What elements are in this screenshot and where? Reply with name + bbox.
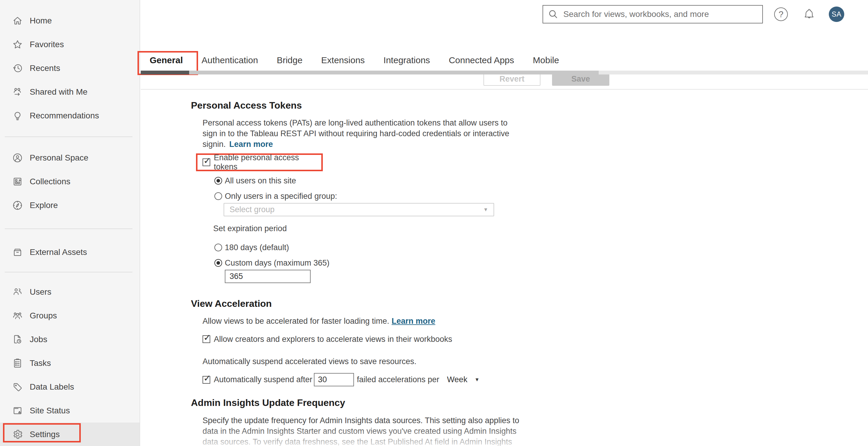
- sidebar-item-label: Tasks: [30, 358, 51, 368]
- custom-days-radio-row: Custom days (maximum 365): [214, 257, 868, 269]
- chevron-down-icon: ▼: [474, 377, 479, 383]
- pat-description: Personal access tokens (PATs) are long-l…: [203, 117, 618, 149]
- tab-mobile[interactable]: Mobile: [533, 50, 559, 70]
- sidebar-item-label: Recommendations: [30, 111, 99, 121]
- history-clock-icon: [12, 63, 23, 74]
- sidebar-divider: [5, 272, 132, 272]
- tab-scrollbar-thumb[interactable]: [189, 71, 599, 74]
- view-accel-intro: Allow views to be accelerated for faster…: [203, 316, 868, 327]
- sidebar-item-label: Data Labels: [30, 382, 74, 392]
- select-group-placeholder: Select group: [229, 205, 275, 214]
- sidebar-item-recents[interactable]: Recents: [0, 56, 140, 80]
- tab-extensions[interactable]: Extensions: [321, 50, 365, 70]
- admin-insights-section-title: Admin Insights Update Frequency: [191, 398, 868, 408]
- clipboard-list-icon: [12, 357, 23, 369]
- search-input[interactable]: [563, 9, 762, 19]
- active-tab-indicator: [141, 71, 189, 74]
- pat-learn-more-link[interactable]: Learn more: [229, 140, 273, 149]
- sidebar-item-personal-space[interactable]: Personal Space: [0, 146, 140, 170]
- avatar[interactable]: SA: [829, 6, 844, 22]
- sidebar-item-label: Explore: [30, 201, 58, 210]
- sidebar-item-label: Site Status: [30, 406, 70, 415]
- search-box: [542, 5, 763, 24]
- specified-group-radio[interactable]: [214, 192, 222, 200]
- content-divider: [141, 89, 868, 90]
- top-bar: ? SA: [141, 0, 868, 29]
- tab-bridge[interactable]: Bridge: [277, 50, 303, 70]
- sidebar-item-site-status[interactable]: Site Status: [0, 399, 140, 422]
- site-status-window-icon: [12, 405, 23, 416]
- sidebar-item-label: Collections: [30, 177, 70, 186]
- sidebar-item-explore[interactable]: Explore: [0, 194, 140, 217]
- days-180-radio[interactable]: [214, 244, 222, 251]
- all-users-radio[interactable]: [214, 177, 222, 184]
- sidebar-divider: [5, 229, 132, 229]
- sidebar-item-data-labels[interactable]: Data Labels: [0, 375, 140, 399]
- groups-icon: [12, 310, 23, 321]
- chevron-down-icon: ▼: [483, 207, 488, 213]
- lightbulb-icon: [12, 110, 23, 122]
- sidebar-item-label: Recents: [30, 64, 60, 73]
- compass-icon: [12, 200, 23, 211]
- checkmark-icon: ✓: [204, 157, 211, 165]
- select-group-dropdown[interactable]: Select group ▼: [224, 203, 494, 216]
- expiration-period-label: Set expiration period: [213, 222, 868, 234]
- sidebar-item-favorites[interactable]: Favorites: [0, 33, 140, 56]
- settings-content: Personal Access Tokens Personal access t…: [141, 100, 868, 446]
- annotation-box-enable-pat: ✓ Enable personal access tokens: [196, 153, 323, 171]
- tab-connected-apps[interactable]: Connected Apps: [449, 50, 514, 70]
- days-180-radio-row: 180 days (default): [214, 242, 868, 253]
- auto-suspend-checkbox[interactable]: ✓: [203, 376, 210, 384]
- specified-group-label: Only users in a specified group:: [225, 192, 337, 201]
- bell-icon: [803, 8, 816, 21]
- person-circle-icon: [12, 152, 23, 164]
- view-accel-learn-more-link[interactable]: Learn more: [392, 317, 435, 325]
- tab-scrollbar-track: [141, 71, 868, 74]
- users-icon: [12, 286, 23, 298]
- archive-box-icon: [12, 247, 23, 258]
- period-dropdown[interactable]: Week ▼: [447, 375, 479, 384]
- tab-integrations[interactable]: Integrations: [383, 50, 430, 70]
- document-clock-icon: [12, 334, 23, 345]
- sidebar-divider: [5, 137, 132, 137]
- sidebar-item-external-assets[interactable]: External Assets: [0, 240, 140, 264]
- suspend-note: Automatically suspend accelerated views …: [203, 355, 868, 367]
- suspend-count-input[interactable]: [314, 373, 354, 386]
- sidebar-item-tasks[interactable]: Tasks: [0, 351, 140, 375]
- auto-suspend-row: ✓ Automatically suspend after failed acc…: [203, 373, 868, 386]
- enable-pat-checkbox[interactable]: ✓: [203, 159, 210, 166]
- avatar-initials: SA: [832, 10, 841, 19]
- sidebar-item-label: Users: [30, 287, 51, 297]
- help-button[interactable]: ?: [774, 7, 788, 21]
- tab-authentication[interactable]: Authentication: [202, 50, 258, 70]
- pat-section-title: Personal Access Tokens: [191, 100, 868, 110]
- sidebar-item-shared-with-me[interactable]: Shared with Me: [0, 80, 140, 104]
- sidebar-item-label: Shared with Me: [30, 87, 88, 97]
- period-value: Week: [447, 375, 467, 384]
- sidebar-item-label: Personal Space: [30, 153, 89, 163]
- gear-icon: [12, 429, 23, 440]
- sidebar-item-label: Jobs: [30, 335, 47, 344]
- days-180-label: 180 days (default): [225, 243, 289, 252]
- admin-insights-description: Specify the update frequency for Admin I…: [203, 415, 618, 446]
- sidebar-item-jobs[interactable]: Jobs: [0, 328, 140, 351]
- settings-tabs: General Authentication Bridge Extensions…: [150, 50, 868, 70]
- sidebar-item-recommendations[interactable]: Recommendations: [0, 104, 140, 128]
- sidebar-item-settings[interactable]: Settings: [0, 422, 140, 446]
- collections-grid-icon: [12, 176, 23, 187]
- sidebar-item-collections[interactable]: Collections: [0, 170, 140, 194]
- sidebar-item-home[interactable]: Home: [0, 9, 140, 33]
- custom-days-radio[interactable]: [214, 259, 222, 267]
- notifications-button[interactable]: [803, 8, 816, 21]
- auto-suspend-suffix: failed accelerations per: [357, 375, 439, 384]
- sidebar-item-groups[interactable]: Groups: [0, 304, 140, 328]
- sidebar-item-users[interactable]: Users: [0, 280, 140, 304]
- tab-general[interactable]: General: [150, 50, 183, 70]
- sidebar: Home Favorites Recents Shared with Me Re…: [0, 0, 140, 446]
- allow-accel-checkbox[interactable]: ✓: [203, 335, 210, 343]
- sidebar-item-label: Groups: [30, 311, 57, 320]
- custom-days-input[interactable]: [225, 270, 311, 283]
- main-area: ? SA General Authentication Bridge Exten…: [141, 0, 868, 446]
- checkmark-icon: ✓: [204, 374, 211, 383]
- question-mark-icon: ?: [779, 9, 783, 19]
